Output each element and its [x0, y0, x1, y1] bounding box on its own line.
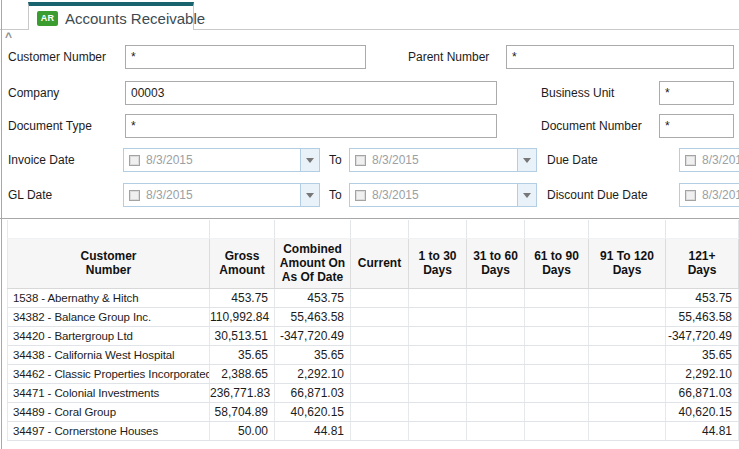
invoice-date-from-picker[interactable]: 8/3/2015: [123, 148, 320, 172]
amount-cell: [589, 326, 666, 345]
amount-cell: [351, 288, 409, 307]
due-date-label: Due Date: [547, 148, 598, 172]
amount-cell: [589, 383, 666, 402]
invoice-date-label: Invoice Date: [8, 148, 75, 172]
col-header-121-days[interactable]: 121+ Days: [666, 238, 739, 288]
chevron-down-icon: [306, 193, 314, 198]
discount-due-date-picker[interactable]: 8/3/2015: [679, 183, 739, 207]
qbe-filter-cell[interactable]: [351, 220, 409, 238]
amount-cell: 453.75: [210, 288, 275, 307]
amount-cell: 453.75: [666, 288, 739, 307]
qbe-filter-cell[interactable]: [275, 220, 351, 238]
amount-cell: [589, 364, 666, 383]
amount-cell: [525, 402, 589, 421]
table-row[interactable]: 34497 - Cornerstone Houses50.0044.8144.8…: [8, 421, 739, 440]
filter-form-panel: ^ Customer Number Parent Number Company …: [0, 30, 739, 219]
amount-cell: [467, 402, 525, 421]
amount-cell: 35.65: [666, 345, 739, 364]
date-enable-checkbox[interactable]: [685, 190, 696, 201]
document-number-input[interactable]: [659, 114, 734, 138]
amount-cell: 2,292.10: [666, 364, 739, 383]
customer-number-input[interactable]: [125, 45, 366, 69]
calendar-dropdown-button[interactable]: [300, 149, 319, 171]
calendar-dropdown-button[interactable]: [517, 184, 536, 206]
qbe-filter-cell[interactable]: [666, 220, 739, 238]
table-row[interactable]: 34438 - California West Hospital35.6535.…: [8, 345, 739, 364]
gl-date-from-picker[interactable]: 8/3/2015: [123, 183, 320, 207]
amount-cell: [351, 345, 409, 364]
calendar-dropdown-button[interactable]: [300, 184, 319, 206]
amount-cell: [589, 288, 666, 307]
date-enable-checkbox[interactable]: [129, 155, 140, 166]
col-header-current[interactable]: Current: [351, 238, 409, 288]
gl-date-label: GL Date: [8, 183, 52, 207]
table-row[interactable]: 34471 - Colonial Investments236,771.8366…: [8, 383, 739, 402]
customer-cell: 34420 - Bartergroup Ltd: [8, 326, 210, 345]
amount-cell: [351, 307, 409, 326]
invoice-date-to-picker[interactable]: 8/3/2015: [349, 148, 537, 172]
date-value: 8/3/2015: [702, 153, 739, 167]
qbe-filter-cell[interactable]: [210, 220, 275, 238]
grid-body: 1538 - Abernathy & Hitch453.75453.75453.…: [8, 288, 739, 440]
qbe-filter-cell[interactable]: [589, 220, 666, 238]
date-enable-checkbox[interactable]: [685, 155, 696, 166]
collapse-chevron-icon[interactable]: ^: [5, 32, 12, 43]
col-header-1-30-days[interactable]: 1 to 30 Days: [409, 238, 467, 288]
date-enable-checkbox[interactable]: [129, 190, 140, 201]
col-header-91-120-days[interactable]: 91 To 120 Days: [589, 238, 666, 288]
col-header-customer-number[interactable]: Customer Number: [8, 238, 210, 288]
amount-cell: 2,388.65: [210, 364, 275, 383]
qbe-filter-cell[interactable]: [525, 220, 589, 238]
amount-cell: [589, 307, 666, 326]
amount-cell: [525, 364, 589, 383]
grid-header-row: Customer Number Gross Amount Combined Am…: [8, 238, 739, 288]
amount-cell: 44.81: [275, 421, 351, 440]
amount-cell: -347,720.49: [666, 326, 739, 345]
parent-number-input[interactable]: [506, 45, 734, 69]
table-row[interactable]: 34420 - Bartergroup Ltd30,513.51-347,720…: [8, 326, 739, 345]
amount-cell: [351, 364, 409, 383]
chevron-down-icon: [523, 158, 531, 163]
table-row[interactable]: 34489 - Coral Group58,704.8940,620.1540,…: [8, 402, 739, 421]
calendar-dropdown-button[interactable]: [517, 149, 536, 171]
tab-accounts-receivable[interactable]: AR Accounts Receivable: [28, 2, 194, 30]
amount-cell: [467, 364, 525, 383]
amount-cell: 40,620.15: [275, 402, 351, 421]
document-number-label: Document Number: [541, 114, 642, 138]
due-date-picker[interactable]: 8/3/2015: [679, 148, 739, 172]
qbe-filter-cell[interactable]: [409, 220, 467, 238]
amount-cell: [589, 421, 666, 440]
customer-cell: 34471 - Colonial Investments: [8, 383, 210, 402]
business-unit-input[interactable]: [659, 81, 734, 105]
col-header-gross-amount[interactable]: Gross Amount: [210, 238, 275, 288]
customer-cell: 34497 - Cornerstone Houses: [8, 421, 210, 440]
qbe-filter-cell[interactable]: [467, 220, 525, 238]
gl-date-to-picker[interactable]: 8/3/2015: [349, 183, 537, 207]
date-value: 8/3/2015: [372, 188, 419, 202]
qbe-filter-cell[interactable]: [8, 220, 210, 238]
amount-cell: 58,704.89: [210, 402, 275, 421]
amount-cell: 35.65: [275, 345, 351, 364]
aging-table: Customer Number Gross Amount Combined Am…: [7, 220, 739, 441]
col-header-31-60-days[interactable]: 31 to 60 Days: [467, 238, 525, 288]
company-label: Company: [8, 81, 59, 105]
document-type-label: Document Type: [8, 114, 92, 138]
date-enable-checkbox[interactable]: [355, 190, 366, 201]
document-type-input[interactable]: [125, 114, 497, 138]
table-row[interactable]: 1538 - Abernathy & Hitch453.75453.75453.…: [8, 288, 739, 307]
amount-cell: [467, 345, 525, 364]
customer-number-label: Customer Number: [8, 45, 106, 69]
amount-cell: [351, 383, 409, 402]
table-row[interactable]: 34462 - Classic Properties Incorporated2…: [8, 364, 739, 383]
col-header-combined-amount[interactable]: Combined Amount On As Of Date: [275, 238, 351, 288]
date-enable-checkbox[interactable]: [355, 155, 366, 166]
company-input[interactable]: [125, 81, 497, 105]
amount-cell: 453.75: [275, 288, 351, 307]
amount-cell: [409, 402, 467, 421]
amount-cell: 30,513.51: [210, 326, 275, 345]
amount-cell: [525, 307, 589, 326]
amount-cell: 44.81: [666, 421, 739, 440]
col-header-61-90-days[interactable]: 61 to 90 Days: [525, 238, 589, 288]
table-row[interactable]: 34382 - Balance Group Inc.110,992.8455,4…: [8, 307, 739, 326]
amount-cell: [351, 326, 409, 345]
